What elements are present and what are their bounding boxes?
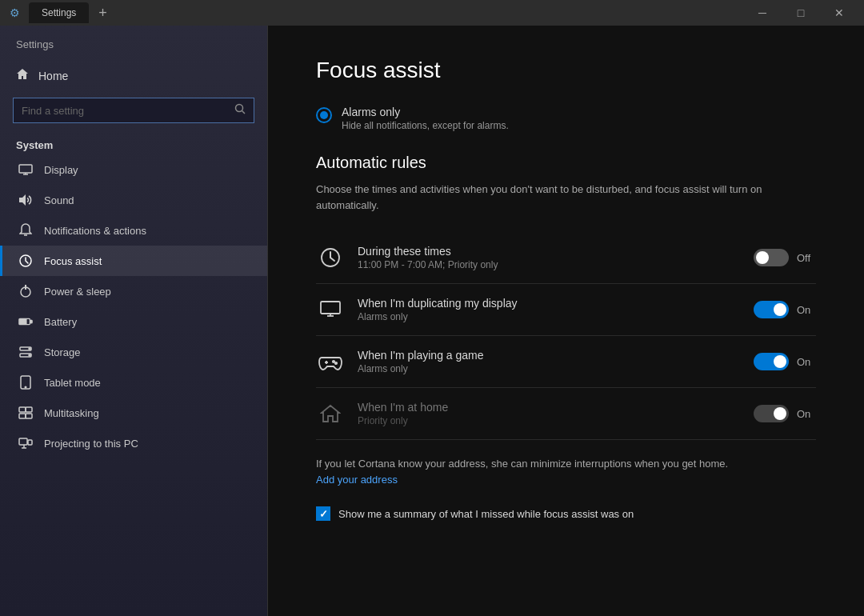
rule-duplicating-display-text: When I'm duplicating my display Alarms o… [358,297,741,322]
settings-icon: ⚙ [6,5,22,21]
home-icon [16,68,29,83]
maximize-button[interactable]: □ [782,0,819,26]
clock-icon [316,243,345,272]
rule-at-home-sub: Priority only [358,415,741,426]
summary-label: Show me a summary of what I missed while… [338,508,634,520]
svg-point-18 [25,386,26,388]
rule-at-home-toggle[interactable] [754,405,789,422]
rule-at-home-text: When I'm at home Priority only [358,401,741,426]
project-icon [18,436,33,450]
svg-rect-29 [321,302,340,314]
rule-at-home: When I'm at home Priority only On [316,388,816,440]
sidebar-section-system: System [0,133,267,154]
sidebar-item-sound-label: Sound [44,194,74,206]
rule-duplicating-display-toggle-label: On [797,304,816,316]
rule-during-times-name: During these times [358,245,741,258]
radio-alarms-only[interactable]: Alarms only Hide all notifications, exce… [316,106,816,131]
svg-point-34 [333,361,334,362]
sidebar-item-display[interactable]: Display [0,154,267,185]
power-icon [18,284,33,298]
rule-at-home-name: When I'm at home [358,401,741,414]
summary-row[interactable]: ✓ Show me a summary of what I missed whi… [316,506,816,521]
sidebar-item-sound[interactable]: Sound [0,185,267,215]
sidebar-item-battery-label: Battery [44,316,77,328]
notifications-icon [18,223,33,238]
sidebar: Settings Home System [0,26,268,616]
svg-line-1 [242,111,246,114]
cortana-note: If you let Cortana know your address, sh… [316,456,796,487]
multitasking-icon [18,406,33,420]
radio-alarms-only-label: Alarms only [342,106,509,118]
rule-during-times: During these times 11:00 PM - 7:00 AM; P… [316,232,816,284]
radio-alarms-only-desc: Hide all notifications, except for alarm… [342,120,509,131]
summary-checkbox[interactable]: ✓ [316,506,330,521]
rule-playing-game: When I'm playing a game Alarms only On [316,336,816,388]
sidebar-home-label: Home [38,70,68,82]
sidebar-item-battery[interactable]: Battery [0,306,267,337]
sidebar-item-tablet[interactable]: Tablet mode [0,367,267,398]
rule-playing-game-toggle[interactable] [754,353,789,370]
automatic-rules-title: Automatic rules [316,154,816,172]
sidebar-item-focus-assist[interactable]: Focus assist [0,246,267,276]
svg-marker-5 [19,194,26,206]
radio-alarms-only-circle[interactable] [316,107,332,123]
rule-duplicating-display-sub: Alarms only [358,311,741,322]
rule-duplicating-display-toggle-area: On [754,301,816,318]
rule-playing-game-toggle-area: On [754,353,816,370]
svg-point-15 [29,348,30,350]
svg-point-16 [29,354,30,356]
svg-rect-19 [19,407,26,412]
sidebar-item-notifications[interactable]: Notifications & actions [0,215,267,246]
close-button[interactable]: ✕ [821,0,858,26]
rule-during-times-toggle-area: Off [754,249,816,266]
sidebar-item-power-label: Power & sleep [44,286,111,298]
radio-alarms-only-text: Alarms only Hide all notifications, exce… [342,106,509,131]
sidebar-item-storage-label: Storage [44,346,81,358]
monitor-icon [316,295,345,324]
checkbox-check-icon: ✓ [319,508,328,520]
sidebar-header: Settings [0,32,267,60]
sidebar-item-multitasking[interactable]: Multitasking [0,398,267,428]
sidebar-item-display-label: Display [44,164,78,176]
sidebar-item-notifications-label: Notifications & actions [44,225,146,237]
titlebar-tab[interactable]: Settings [29,2,89,23]
sidebar-item-storage[interactable]: Storage [0,337,267,367]
cortana-link[interactable]: Add your address [316,474,398,486]
svg-rect-20 [26,407,32,412]
sound-icon [18,193,33,207]
display-icon [18,162,33,177]
titlebar: ⚙ Settings + ─ □ ✕ [0,0,864,26]
svg-rect-22 [26,414,32,418]
svg-rect-23 [19,438,27,445]
svg-rect-21 [19,414,26,418]
battery-icon [18,314,33,329]
svg-point-0 [236,105,243,112]
search-box[interactable] [13,98,254,123]
rule-during-times-text: During these times 11:00 PM - 7:00 AM; P… [358,245,741,270]
minimize-button[interactable]: ─ [744,0,781,26]
focus-assist-icon [18,254,33,268]
svg-rect-11 [30,320,32,323]
sidebar-home-button[interactable]: Home [0,60,267,91]
sidebar-item-projecting[interactable]: Projecting to this PC [0,428,267,458]
svg-point-35 [335,362,337,364]
rule-playing-game-name: When I'm playing a game [358,349,741,362]
gamepad-icon [316,347,345,376]
sidebar-item-projecting-label: Projecting to this PC [44,438,138,450]
page-title: Focus assist [316,58,816,83]
main-content: Focus assist Alarms only Hide all notifi… [268,26,864,616]
sidebar-item-power[interactable]: Power & sleep [0,276,267,306]
rule-during-times-toggle[interactable] [754,249,789,266]
rule-playing-game-sub: Alarms only [358,363,741,374]
rule-duplicating-display-toggle[interactable] [754,301,789,318]
rule-at-home-toggle-label: On [797,408,816,420]
svg-rect-12 [20,319,26,323]
rule-duplicating-display-name: When I'm duplicating my display [358,297,741,310]
search-input[interactable] [22,105,228,117]
search-icon [234,103,246,118]
sidebar-item-tablet-label: Tablet mode [44,377,101,389]
rule-during-times-sub: 11:00 PM - 7:00 AM; Priority only [358,259,741,270]
rule-playing-game-text: When I'm playing a game Alarms only [358,349,741,374]
new-tab-button[interactable]: + [92,5,114,22]
window-controls: ─ □ ✕ [744,0,858,26]
